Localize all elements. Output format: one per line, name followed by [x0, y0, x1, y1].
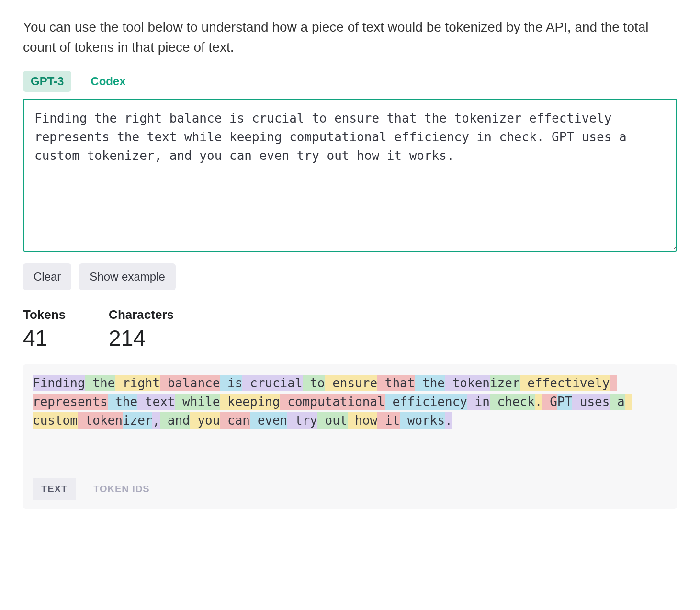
viz-tab-text[interactable]: TEXT [33, 478, 76, 500]
token: ensure [325, 375, 378, 391]
token: izer [490, 375, 520, 391]
button-row: Clear Show example [23, 263, 677, 290]
viz-tabs: TEXT TOKEN IDS [33, 478, 667, 500]
tokenizer-input[interactable] [23, 99, 677, 252]
token: izer [123, 412, 153, 429]
token: efficiency [385, 394, 467, 410]
token: the [415, 375, 445, 391]
tokens-value: 41 [23, 325, 66, 351]
token: PT [557, 394, 572, 410]
tokens-stat: Tokens 41 [23, 307, 66, 351]
token: the [108, 394, 138, 410]
intro-text: You can use the tool below to understand… [23, 17, 677, 57]
token: computational [280, 394, 385, 410]
viz-tab-token-ids[interactable]: TOKEN IDS [85, 478, 158, 500]
characters-label: Characters [109, 307, 174, 322]
characters-value: 214 [109, 325, 174, 351]
token: the [85, 375, 115, 391]
token: Finding [33, 375, 85, 391]
token: how [348, 412, 378, 429]
token: token [78, 412, 123, 429]
tab-codex[interactable]: Codex [83, 71, 133, 92]
token: even [250, 412, 287, 429]
token: try [287, 412, 317, 429]
stats-row: Tokens 41 Characters 214 [23, 307, 677, 351]
token: while [175, 394, 220, 410]
tokenized-text: Finding the right balance is crucial to … [33, 374, 667, 430]
token: crucial [242, 375, 302, 391]
token: out [317, 412, 348, 429]
clear-button[interactable]: Clear [23, 263, 71, 290]
token: text [137, 394, 175, 410]
token: . [445, 412, 452, 429]
token: right [115, 375, 160, 391]
token: is [220, 375, 242, 391]
token: G [542, 394, 557, 410]
token: that [377, 375, 415, 391]
token: can [220, 412, 250, 429]
model-tabs: GPT-3 Codex [23, 71, 677, 92]
token: balance [160, 375, 220, 391]
token: and [160, 412, 190, 429]
token: , [152, 412, 160, 429]
token: uses [572, 394, 610, 410]
token-visualization: Finding the right balance is crucial to … [23, 364, 677, 509]
token: in [467, 394, 490, 410]
tab-gpt3[interactable]: GPT-3 [23, 71, 71, 92]
token: token [445, 375, 490, 391]
token: a [610, 394, 624, 410]
characters-stat: Characters 214 [109, 307, 174, 351]
token: you [190, 412, 220, 429]
token: it [377, 412, 400, 429]
tokens-label: Tokens [23, 307, 66, 322]
token: keeping [220, 394, 280, 410]
token: . [535, 394, 542, 410]
token: to [303, 375, 325, 391]
token: check [490, 394, 535, 410]
show-example-button[interactable]: Show example [79, 263, 175, 290]
token: effectively [520, 375, 610, 391]
token: works [400, 412, 445, 429]
